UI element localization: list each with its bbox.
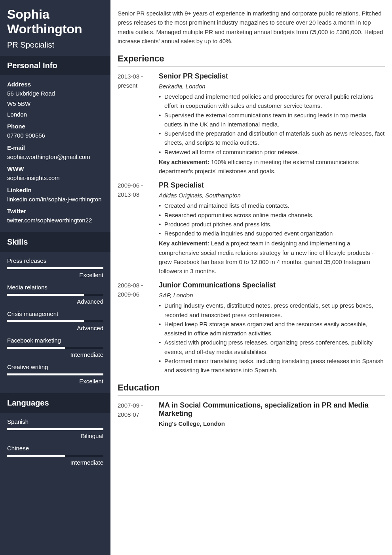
- linkedin-label: LinkedIn: [7, 187, 103, 193]
- skill-item: Press releasesExcellent: [7, 257, 103, 278]
- language-level: Bilingual: [7, 433, 103, 439]
- language-bar: [7, 428, 103, 430]
- experience-achievement: Key achievement: 100% efficiency in meet…: [159, 157, 385, 176]
- experience-bullet: Supervised the external communications t…: [159, 111, 385, 129]
- experience-body: Junior Communications SpecialistSAP, Lon…: [159, 281, 385, 375]
- name-block: Sophia Worthington PR Specialist: [0, 0, 110, 56]
- language-name: Chinese: [7, 445, 103, 452]
- language-bar-fill: [7, 455, 65, 457]
- skill-name: Media relations: [7, 284, 103, 291]
- experience-title: Senior PR Specialist: [159, 72, 385, 80]
- language-item: ChineseIntermediate: [7, 445, 103, 466]
- skill-bar-fill: [7, 320, 84, 322]
- www-value: sophia-insights.com: [7, 174, 103, 183]
- skill-name: Creative writing: [7, 364, 103, 370]
- experience-title: Junior Communications Specialist: [159, 281, 385, 289]
- main-content: Senior PR specialist with 9+ years of ex…: [110, 0, 392, 555]
- skills-block: Press releasesExcellentMedia relationsAd…: [0, 252, 110, 393]
- skill-name: Press releases: [7, 257, 103, 264]
- linkedin-value: linkedin.com/in/sophia-j-worthington: [7, 195, 103, 204]
- skill-bar-fill: [7, 347, 65, 349]
- address-line3: London: [7, 110, 103, 119]
- skill-bar: [7, 267, 103, 269]
- skill-item: Crisis managementAdvanced: [7, 310, 103, 331]
- experience-entry: 2008-08 - 2009-06Junior Communications S…: [118, 281, 385, 375]
- experience-bullet: Supervised the preparation and distribut…: [159, 129, 385, 147]
- sidebar: Sophia Worthington PR Specialist Persona…: [0, 0, 110, 555]
- skill-bar: [7, 294, 103, 296]
- languages-heading: Languages: [0, 393, 110, 413]
- experience-title: PR Specialist: [159, 181, 385, 189]
- experience-entry: 2013-03 - presentSenior PR SpecialistBer…: [118, 72, 385, 176]
- experience-body: PR SpecialistAdidas Originals, Southampt…: [159, 181, 385, 276]
- experience-bullet: During industry events, distributed note…: [159, 301, 385, 320]
- skill-bar: [7, 320, 103, 322]
- experience-bullet: Created and maintained lists of media co…: [159, 201, 385, 210]
- education-entry: 2007-09 - 2008-07MA in Social Communicat…: [118, 401, 385, 427]
- experience-bullets: Created and maintained lists of media co…: [159, 201, 385, 238]
- education-body: MA in Social Communications, specializat…: [159, 401, 385, 427]
- twitter-label: Twitter: [7, 208, 103, 214]
- person-title: PR Specialist: [7, 40, 103, 50]
- experience-date: 2009-06 - 2013-03: [118, 181, 159, 276]
- experience-achievement: Key achievement: Lead a project team in …: [159, 239, 385, 276]
- twitter-value: twitter.com/sophieworthington22: [7, 216, 103, 225]
- education-date: 2007-09 - 2008-07: [118, 401, 159, 427]
- language-level: Intermediate: [7, 459, 103, 466]
- phone-value: 07700 900556: [7, 131, 103, 140]
- skill-bar: [7, 347, 103, 349]
- experience-bullet: Researched opportunities across online m…: [159, 211, 385, 220]
- experience-bullet: Responded to media inquiries and support…: [159, 229, 385, 238]
- experience-bullet: Developed and implemented policies and p…: [159, 92, 385, 111]
- experience-entry: 2009-06 - 2013-03PR SpecialistAdidas Ori…: [118, 181, 385, 276]
- address-label: Address: [7, 81, 103, 88]
- experience-bullet: Reviewed all forms of communication prio…: [159, 147, 385, 157]
- skill-level: Excellent: [7, 378, 103, 385]
- personal-info-block: Address 56 Uxbridge Road W5 5BW London P…: [0, 75, 110, 232]
- skill-item: Creative writingExcellent: [7, 364, 103, 385]
- address-line2: W5 5BW: [7, 100, 103, 109]
- experience-bullet: Helped keep PR storage areas organized a…: [159, 320, 385, 338]
- experience-date: 2013-03 - present: [118, 72, 159, 176]
- skill-name: Crisis management: [7, 310, 103, 317]
- experience-bullet: Performed minor translating tasks, inclu…: [159, 356, 385, 375]
- person-name: Sophia Worthington: [7, 7, 103, 36]
- experience-subtitle: Berkadia, London: [159, 83, 385, 90]
- skill-item: Facebook marketingIntermediate: [7, 337, 103, 358]
- personal-info-heading: Personal Info: [0, 56, 110, 75]
- experience-list: 2013-03 - presentSenior PR SpecialistBer…: [118, 72, 385, 375]
- experience-heading: Experience: [118, 54, 385, 67]
- skill-item: Media relationsAdvanced: [7, 284, 103, 305]
- skills-heading: Skills: [0, 232, 110, 252]
- experience-subtitle: Adidas Originals, Southampton: [159, 192, 385, 199]
- experience-subtitle: SAP, London: [159, 292, 385, 299]
- skill-bar-fill: [7, 294, 84, 296]
- languages-block: SpanishBilingualChineseIntermediate: [0, 413, 110, 475]
- www-label: WWW: [7, 165, 103, 172]
- experience-bullets: Developed and implemented policies and p…: [159, 92, 385, 157]
- language-item: SpanishBilingual: [7, 418, 103, 439]
- language-name: Spanish: [7, 418, 103, 425]
- experience-bullet: Produced product pitches and press kits.: [159, 220, 385, 229]
- summary-text: Senior PR specialist with 9+ years of ex…: [118, 9, 385, 46]
- experience-bullets: During industry events, distributed note…: [159, 301, 385, 375]
- phone-label: Phone: [7, 123, 103, 130]
- education-subtitle: King's College, London: [159, 420, 385, 427]
- experience-bullet: Assisted with producing press releases, …: [159, 338, 385, 356]
- address-line1: 56 Uxbridge Road: [7, 89, 103, 98]
- experience-body: Senior PR SpecialistBerkadia, LondonDeve…: [159, 72, 385, 176]
- skill-level: Advanced: [7, 325, 103, 331]
- experience-date: 2008-08 - 2009-06: [118, 281, 159, 375]
- skill-level: Advanced: [7, 298, 103, 305]
- skill-name: Facebook marketing: [7, 337, 103, 344]
- language-bar: [7, 455, 103, 457]
- education-list: 2007-09 - 2008-07MA in Social Communicat…: [118, 401, 385, 427]
- skill-level: Intermediate: [7, 351, 103, 358]
- email-label: E-mail: [7, 144, 103, 151]
- skill-bar-fill: [7, 267, 103, 269]
- education-heading: Education: [118, 383, 385, 396]
- education-title: MA in Social Communications, specializat…: [159, 401, 385, 418]
- skill-bar: [7, 373, 103, 375]
- email-value: sophia.worthington@gmail.com: [7, 153, 103, 162]
- skill-bar-fill: [7, 373, 103, 375]
